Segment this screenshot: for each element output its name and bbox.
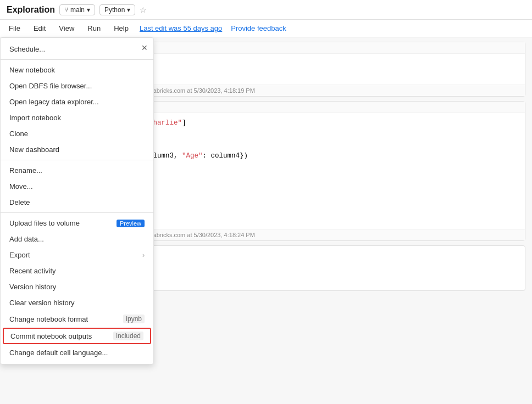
upload-files-item[interactable]: Upload files to volume Preview [1, 215, 153, 231]
outputs-tag: included [113, 332, 143, 340]
notebook-title: Exploration [7, 5, 55, 15]
chevron-down-icon: ▾ [87, 6, 90, 14]
divider [1, 212, 153, 213]
clear-version-history-item[interactable]: Clear version history [1, 295, 153, 311]
last-edit-link[interactable]: Last edit was 55 days ago [140, 24, 222, 32]
move-item[interactable]: Move... [1, 178, 153, 194]
title-bar: Exploration ⑂ main ▾ Python ▾ ☆ [0, 0, 532, 20]
export-item[interactable]: Export › [1, 247, 153, 263]
change-notebook-format-item[interactable]: Change notebook format ipynb [1, 311, 153, 327]
import-notebook-item[interactable]: Import notebook [1, 110, 153, 126]
schedule-item[interactable]: Schedule... [1, 41, 153, 57]
new-notebook-item[interactable]: New notebook [1, 62, 153, 78]
branch-selector[interactable]: ⑂ main ▾ [59, 4, 95, 15]
menu-bar: File Edit View Run Help Last edit was 55… [0, 20, 532, 37]
delete-item[interactable]: Delete [1, 194, 153, 210]
branch-icon: ⑂ [64, 6, 68, 14]
change-default-cell-language-item[interactable]: Change default cell language... [1, 345, 153, 361]
divider [1, 160, 153, 160]
commit-notebook-outputs-item[interactable]: Commit notebook outputs included [3, 328, 151, 344]
preview-badge: Preview [117, 220, 145, 227]
menu-help[interactable]: Help [112, 23, 131, 33]
menu-view[interactable]: View [57, 23, 76, 33]
chevron-down-icon: ▾ [127, 6, 130, 14]
menu-edit[interactable]: Edit [31, 23, 48, 33]
main-layout: ✕ Schedule... New notebook Open DBFS fil… [0, 37, 532, 404]
add-data-item[interactable]: Add data... [1, 231, 153, 247]
chevron-right-icon: › [142, 251, 145, 259]
file-dropdown-menu: ✕ Schedule... New notebook Open DBFS fil… [0, 37, 154, 364]
menu-file[interactable]: File [7, 23, 23, 33]
star-icon[interactable]: ☆ [140, 5, 147, 14]
menu-run[interactable]: Run [85, 23, 103, 33]
open-legacy-item[interactable]: Open legacy data explorer... [1, 94, 153, 110]
clone-item[interactable]: Clone [1, 126, 153, 142]
version-history-item[interactable]: Version history [1, 279, 153, 295]
recent-activity-item[interactable]: Recent activity [1, 263, 153, 279]
new-dashboard-item[interactable]: New dashboard [1, 142, 153, 158]
format-tag: ipynb [123, 315, 145, 323]
rename-item[interactable]: Rename... [1, 162, 153, 178]
open-dbfs-item[interactable]: Open DBFS file browser... [1, 78, 153, 94]
divider [1, 59, 153, 60]
feedback-link[interactable]: Provide feedback [231, 24, 286, 32]
close-icon[interactable]: ✕ [141, 43, 148, 52]
language-selector[interactable]: Python ▾ [99, 4, 135, 15]
